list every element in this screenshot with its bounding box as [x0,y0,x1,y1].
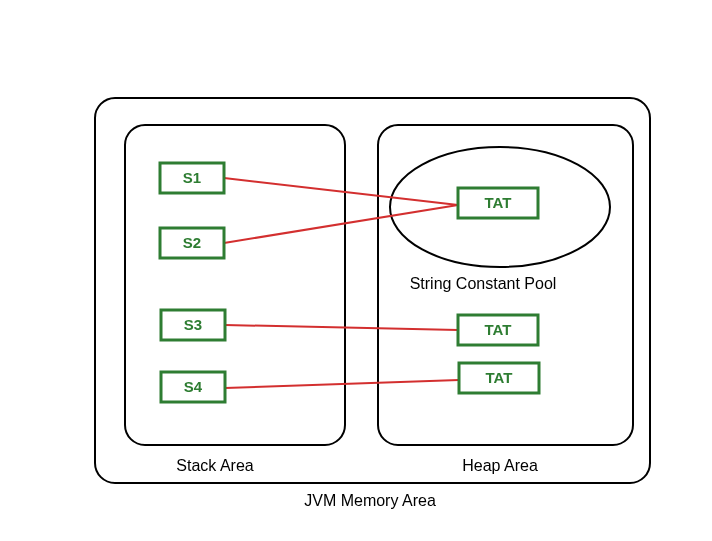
string-constant-pool-label: String Constant Pool [410,275,557,292]
stack-area-box [125,125,345,445]
jvm-memory-area-label: JVM Memory Area [304,492,436,509]
heap-area-label: Heap Area [462,457,538,474]
heap-item-tat1-label: TAT [485,194,512,211]
stack-item-s1-label: S1 [183,169,201,186]
jvm-memory-area-box [95,98,650,483]
line-s4-tat3 [225,380,459,388]
stack-area-label: Stack Area [176,457,253,474]
line-s3-tat2 [225,325,458,330]
stack-item-s3-label: S3 [184,316,202,333]
heap-item-tat3-label: TAT [486,369,513,386]
stack-item-s4-label: S4 [184,378,203,395]
line-s1-tat1 [224,178,458,205]
heap-item-tat2-label: TAT [485,321,512,338]
jvm-memory-diagram: S1 S2 S3 S4 TAT TAT TAT String Constant … [0,0,712,541]
stack-item-s2-label: S2 [183,234,201,251]
line-s2-tat1 [224,205,458,243]
